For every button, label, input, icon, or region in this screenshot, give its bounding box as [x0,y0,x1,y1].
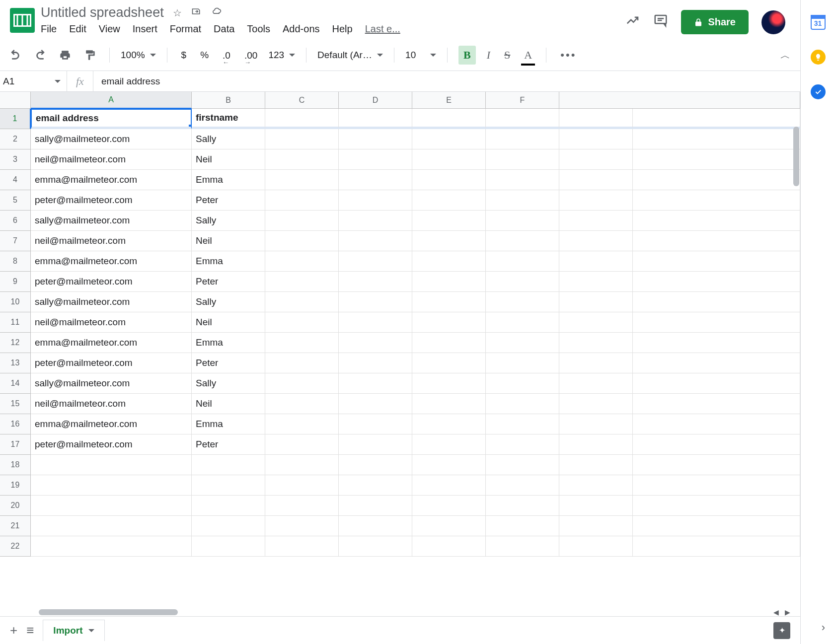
decrease-decimal-button[interactable]: .0← [220,48,233,63]
star-icon[interactable]: ☆ [173,7,182,19]
cell-D14[interactable] [339,373,412,394]
cell-A13[interactable]: peter@mailmeteor.com [31,353,192,373]
cell-D18[interactable] [339,455,412,475]
cell-D9[interactable] [339,272,412,292]
cell-F20[interactable] [486,496,559,516]
cell-B18[interactable] [192,455,265,475]
cell-F11[interactable] [486,312,559,333]
cell-A12[interactable]: emma@mailmeteor.com [31,333,192,353]
cell-C7[interactable] [265,231,339,251]
cell-C8[interactable] [265,251,339,272]
comments-icon[interactable] [653,13,668,31]
cell-F16[interactable] [486,414,559,434]
cell-F21[interactable] [486,516,559,536]
cell-B7[interactable]: Neil [192,231,265,251]
row-header-20[interactable]: 20 [0,496,31,516]
cell-E11[interactable] [412,312,486,333]
tasks-icon[interactable] [811,84,826,99]
cell-undefined14[interactable] [559,373,633,394]
cell-undefined8[interactable] [559,251,633,272]
menu-addons[interactable]: Add-ons [283,23,320,35]
cell-C14[interactable] [265,373,339,394]
scroll-right-button[interactable]: ▶ [785,608,790,616]
cell-D2[interactable] [339,129,412,149]
increase-decimal-button[interactable]: .00→ [241,48,260,63]
row-header-13[interactable]: 13 [0,353,31,373]
cell-F18[interactable] [486,455,559,475]
cell-undefined17[interactable] [559,434,633,455]
cell-C5[interactable] [265,190,339,211]
cell-F3[interactable] [486,149,559,170]
row-header-6[interactable]: 6 [0,211,31,231]
row-header-5[interactable]: 5 [0,190,31,211]
cell-A11[interactable]: neil@mailmeteor.com [31,312,192,333]
row-header-12[interactable]: 12 [0,333,31,353]
cell-C21[interactable] [265,516,339,536]
cell-E2[interactable] [412,129,486,149]
explore-button[interactable]: ✦ [773,622,790,639]
row-header-21[interactable]: 21 [0,516,31,536]
add-sheet-button[interactable]: + [10,623,17,638]
cell-C11[interactable] [265,312,339,333]
cell-B9[interactable]: Peter [192,272,265,292]
row-header-19[interactable]: 19 [0,475,31,496]
text-color-button[interactable]: A [521,47,535,64]
cell-F14[interactable] [486,373,559,394]
cell-C4[interactable] [265,170,339,190]
redo-button[interactable] [32,48,49,63]
row-header-4[interactable]: 4 [0,170,31,190]
cell-C12[interactable] [265,333,339,353]
name-box[interactable]: A1 [0,71,67,91]
cell-undefined16[interactable] [559,414,633,434]
cell-E12[interactable] [412,333,486,353]
more-tools-button[interactable]: ••• [557,47,579,64]
cell-E5[interactable] [412,190,486,211]
cell-B5[interactable]: Peter [192,190,265,211]
cell-E18[interactable] [412,455,486,475]
activity-trend-icon[interactable] [625,13,640,31]
cell-E21[interactable] [412,516,486,536]
font-size-dropdown[interactable]: 10 [405,50,436,61]
sheet-tab-import[interactable]: Import [43,620,105,641]
currency-button[interactable]: $ [178,48,190,63]
cell-D19[interactable] [339,475,412,496]
row-header-22[interactable]: 22 [0,536,31,557]
column-header-E[interactable]: E [412,92,486,109]
sheets-logo-icon[interactable] [10,8,35,33]
cell-D22[interactable] [339,536,412,557]
cell-E17[interactable] [412,434,486,455]
cell-A20[interactable] [31,496,192,516]
cell-E20[interactable] [412,496,486,516]
cell-C3[interactable] [265,149,339,170]
cell-C16[interactable] [265,414,339,434]
cell-B22[interactable] [192,536,265,557]
column-header-B[interactable]: B [192,92,265,109]
cell-undefined22[interactable] [559,536,633,557]
cell-E6[interactable] [412,211,486,231]
percent-button[interactable]: % [197,48,212,63]
cell-E3[interactable] [412,149,486,170]
cell-A1[interactable]: email address [31,109,192,129]
cell-A7[interactable]: neil@mailmeteor.com [31,231,192,251]
cell-E7[interactable] [412,231,486,251]
menu-edit[interactable]: Edit [69,23,86,35]
cell-C18[interactable] [265,455,339,475]
side-panel-toggle[interactable]: › [822,621,825,634]
row-header-14[interactable]: 14 [0,373,31,394]
cell-A21[interactable] [31,516,192,536]
cell-E16[interactable] [412,414,486,434]
cell-B20[interactable] [192,496,265,516]
menu-view[interactable]: View [99,23,120,35]
cell-B15[interactable]: Neil [192,394,265,414]
cell-undefined20[interactable] [559,496,633,516]
move-icon[interactable] [191,6,202,19]
row-header-16[interactable]: 16 [0,414,31,434]
cell-A18[interactable] [31,455,192,475]
scroll-left-button[interactable]: ◀ [773,608,779,616]
cell-B12[interactable]: Emma [192,333,265,353]
collapse-toolbar-button[interactable]: ︿ [777,47,793,64]
cell-B14[interactable]: Sally [192,373,265,394]
formula-input[interactable]: email address [93,76,800,87]
cell-F10[interactable] [486,292,559,312]
column-header-D[interactable]: D [339,92,412,109]
